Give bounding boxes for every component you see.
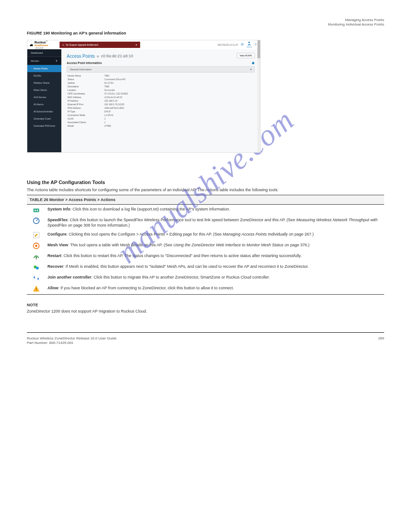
info-key: Associated Clients xyxy=(68,121,104,124)
print-icon[interactable]: 🖶 xyxy=(252,61,255,64)
ruckus-dog-icon xyxy=(29,43,34,47)
info-value: 7982 xyxy=(104,85,109,88)
refresh-icon[interactable]: ⟳ xyxy=(241,43,244,47)
timestamp: 2017/01/23 12:11:37 xyxy=(218,43,238,46)
info-row: Device Name7982 xyxy=(67,74,255,77)
sidebar: Dashboard Monitor ▼ Access PointsWLANsWi… xyxy=(27,49,61,152)
info-key: Device Name xyxy=(68,74,104,77)
sidebar-item-wired-clients[interactable]: Wired Clients xyxy=(27,86,61,94)
info-key: Location xyxy=(68,89,104,91)
svg-rect-1 xyxy=(34,209,39,212)
info-row: Connection ModeL3 (IPv4) xyxy=(67,113,255,117)
warning-icon: ⚠ xyxy=(62,43,64,46)
general-info-accordion[interactable]: General Information ▾ xyxy=(67,66,255,73)
breadcrumb: Managing Access Points Monitoring Indivi… xyxy=(27,18,384,27)
sidebar-item-all-alarms[interactable]: All Alarms xyxy=(27,101,61,108)
collapse-icon: ▾ xyxy=(250,68,252,71)
info-row: External IP:Port192.168.0.76:12225 xyxy=(67,103,255,106)
table-row: Join another controller: Click this butt… xyxy=(27,273,384,283)
section-intro: The Actions table includes shortcuts for… xyxy=(27,188,384,192)
info-row: GPS Coordinates37.411311,-122.019922 xyxy=(67,92,255,95)
info-row: IPv6 Addressc28a:deff:fe21:a810 xyxy=(67,106,255,110)
title-mac: c0:8a:de:21:a8:10 xyxy=(101,54,133,58)
info-row: MAC Addressc0:8a:de:21:a8:10 xyxy=(67,95,255,99)
info-row: Description7982 xyxy=(67,85,255,88)
sidebar-item-generated-guest[interactable]: Generated Guest xyxy=(27,115,61,122)
info-row: VLAN1 xyxy=(67,117,255,120)
info-value: c0:8a:de:21:a8:10 xyxy=(104,96,122,99)
table-row: Mesh View: This tool opens a table with … xyxy=(27,240,384,251)
info-key: IP Address xyxy=(68,99,104,102)
info-key: Uptime xyxy=(68,82,104,84)
banner-dropdown-icon[interactable]: ▼ xyxy=(135,43,137,46)
info-key: VLAN xyxy=(68,117,104,120)
sidebar-item-monitor[interactable]: Monitor ▼ xyxy=(27,57,61,65)
svg-point-0 xyxy=(248,42,250,43)
svg-point-2 xyxy=(34,210,36,211)
row-description: Recover: If Mesh is enabled, this button… xyxy=(47,264,381,271)
info-row: Uptime6d 1h 8m xyxy=(67,81,255,85)
sidebar-item-access-points[interactable]: Access Points xyxy=(27,65,61,72)
group-icon xyxy=(30,206,43,214)
figure-title: Monitoring an AP's general information xyxy=(51,31,126,35)
info-value: Sunnyvale xyxy=(104,89,115,91)
info-key: Model xyxy=(68,124,104,127)
page-footer: Ruckus Wireless ZoneDirector Release 10.… xyxy=(27,332,384,346)
table-row: Configure: Clicking this tool opens the … xyxy=(27,230,384,240)
sidebar-item-aaa-servers[interactable]: AAA Servers xyxy=(27,94,61,101)
row-description: Allow: If you have blocked an AP from co… xyxy=(47,285,381,292)
brand-logo: Ruckus™ ZoneDirector ZD1200 xyxy=(27,39,60,50)
row-description: System Info: Click this icon to download… xyxy=(47,206,381,214)
note-body: ZoneDirector 1200 does not support AP mi… xyxy=(27,309,384,314)
info-row: Associated Clients1 xyxy=(67,120,255,124)
info-value: 6d 1h 8m xyxy=(104,82,114,84)
info-value: DHCP xyxy=(104,110,111,113)
sidebar-item-generated-psk-certs[interactable]: Generated PSK/Certs xyxy=(27,122,61,129)
svg-rect-12 xyxy=(36,288,37,290)
svg-rect-13 xyxy=(36,290,37,291)
info-key: GPS Coordinates xyxy=(68,92,104,95)
page-title: Access Points » c0:8a:de:21:a8:10 xyxy=(67,54,255,59)
warning-banner[interactable]: ⚠ No Support Upgrade Entitlement. ▼ xyxy=(60,42,140,48)
sidebar-item-dashboard[interactable]: Dashboard xyxy=(27,49,61,57)
svg-point-7 xyxy=(35,245,38,247)
user-label: ruckus xyxy=(247,46,252,48)
svg-point-9 xyxy=(35,257,37,258)
view-all-aps-button[interactable]: View All APs xyxy=(237,53,255,58)
main-content: View All APs Access Points » c0:8a:de:21… xyxy=(61,49,260,152)
row-description: Configure: Clicking this tool opens the … xyxy=(47,232,381,239)
table-row: System Info: Click this icon to download… xyxy=(27,205,384,215)
sidebar-item-all-events-activities[interactable]: All Events/Activities xyxy=(27,108,61,115)
info-key: Connection Mode xyxy=(68,114,104,116)
info-row: IP TypeDHCP xyxy=(67,110,255,113)
edit-icon xyxy=(30,232,43,239)
footer-partno: Part Number: 800-71429-001 xyxy=(27,341,116,345)
info-value: L3 (IPv4) xyxy=(104,114,113,116)
page-number: 289 xyxy=(378,336,384,346)
info-row: LocationSunnyvale xyxy=(67,88,255,92)
row-description: Join another controller: Click this butt… xyxy=(47,275,381,282)
table-header: TABLE 26 Monitor > Access Points > Actio… xyxy=(27,195,384,205)
mesh-icon xyxy=(30,242,43,249)
actions-table: System Info: Click this icon to download… xyxy=(27,205,384,295)
row-description: SpeedFlex: Click this button to launch t… xyxy=(47,217,381,228)
sidebar-item-wireless-clients[interactable]: Wireless Clients xyxy=(27,79,61,86)
info-value: 1 xyxy=(104,121,106,124)
warn-icon xyxy=(30,285,43,292)
table-row: Restart: Click this button to restart th… xyxy=(27,251,384,262)
title-link[interactable]: Access Points xyxy=(67,54,95,59)
info-key: External IP:Port xyxy=(68,103,104,106)
row-description: Mesh View: This tool opens a table with … xyxy=(47,242,381,249)
sidebar-item-wlans[interactable]: WLANs xyxy=(27,72,61,79)
join-icon xyxy=(30,275,43,282)
help-icon[interactable]: ? xyxy=(255,43,257,47)
scrollbar[interactable] xyxy=(257,40,260,152)
user-menu[interactable]: ruckus xyxy=(247,41,252,48)
info-value: 37.411311,-122.019922 xyxy=(104,92,128,95)
ap-info-heading: Access Point Information 🖶 xyxy=(67,61,255,64)
svg-point-3 xyxy=(37,210,38,211)
chevron-down-icon: ▼ xyxy=(56,60,58,62)
recover-icon xyxy=(30,264,43,271)
info-value: zf7982 xyxy=(104,124,111,127)
footer-title: Ruckus Wireless ZoneDirector Release 10.… xyxy=(27,336,116,341)
